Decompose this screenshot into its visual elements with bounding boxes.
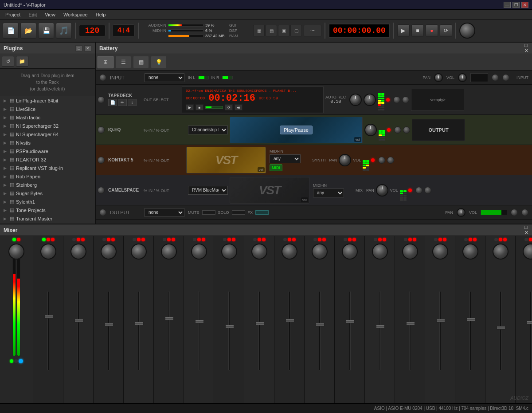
camel-vst-display[interactable]: VST vst [230, 177, 309, 204]
plugin-item-10[interactable]: ▶▤Steinberg [0, 181, 95, 189]
menu-edit[interactable]: Edit [25, 11, 40, 18]
mixer-knob-11[interactable] [312, 244, 328, 260]
restore-button[interactable]: ❐ [512, 2, 520, 8]
stop-button[interactable]: ■ [411, 24, 424, 37]
kontakt-midi-dropdown[interactable]: any [270, 154, 301, 163]
fader-handle-8[interactable] [225, 325, 234, 328]
fader-handle-15[interactable] [436, 319, 445, 323]
tape-loop-btn[interactable]: ⟳ [225, 104, 233, 110]
fader-handle-14[interactable] [406, 322, 415, 325]
fader-handle-13[interactable] [376, 325, 385, 328]
pattern-btn-1[interactable]: ▦ [253, 25, 265, 36]
fader-handle-10[interactable] [286, 319, 294, 322]
input-pan-knob[interactable] [434, 73, 443, 82]
plugin-item-5[interactable]: ▶▤NIvstis [0, 138, 95, 147]
fader-handle-6[interactable] [165, 317, 174, 320]
plugins-float-button[interactable]: □ [75, 45, 82, 51]
battery-close-button[interactable]: ✕ [524, 48, 528, 54]
fader-handle-16[interactable] [466, 318, 475, 321]
mixer-knob-13[interactable] [372, 244, 388, 260]
tapedeck-arrow-btn[interactable]: ↕ [128, 99, 137, 106]
time-sig-display[interactable]: 4|4 [113, 24, 135, 37]
plugin-item-7[interactable]: ▶▤REAKTOR 32 [0, 155, 95, 164]
plugin-item-11[interactable]: ▶▤Sugar Bytes [0, 189, 95, 197]
tape-play-btn[interactable]: ▶ [186, 104, 194, 110]
camel-right-knob2[interactable] [424, 187, 431, 194]
mixer-float-button[interactable]: □ [524, 224, 528, 230]
mixer-knob-6[interactable] [161, 244, 177, 260]
mixer-knob-4[interactable] [101, 244, 117, 260]
mixer-knob-9[interactable] [251, 244, 267, 260]
battery-info-button[interactable]: 💡 [151, 56, 167, 68]
tapedeck-right-knob[interactable] [393, 96, 400, 103]
tapedeck-right-knob2[interactable] [402, 96, 409, 103]
mixer-fader-handle-2[interactable] [44, 315, 53, 319]
output-power-knob[interactable] [99, 209, 106, 216]
mixer-knob-17[interactable] [493, 244, 509, 260]
close-button[interactable]: ✕ [521, 2, 528, 8]
mixer-knob-15[interactable] [432, 244, 448, 260]
plugin-item-3[interactable]: ▶▤NI Supercharger 32 [0, 122, 95, 130]
menu-help[interactable]: Help [92, 11, 110, 18]
save-button[interactable]: 💾 [38, 23, 54, 39]
pattern-btn-4[interactable]: ▢ [290, 25, 302, 36]
input-right-knob[interactable] [492, 74, 499, 81]
play-button[interactable]: ▶ [397, 24, 410, 37]
solo-indicator[interactable] [232, 210, 245, 215]
mixer-knob-14[interactable] [402, 244, 418, 260]
menu-workspace[interactable]: Workspace [60, 11, 91, 18]
camel-midi-dropdown[interactable]: any [313, 189, 344, 197]
output-right-knob[interactable] [511, 209, 518, 216]
camel-knob[interactable] [98, 187, 105, 194]
tapedeck-vol-knob[interactable] [364, 94, 376, 106]
fx-indicator[interactable] [255, 210, 269, 215]
waveform-icon[interactable]: 〜 [304, 25, 321, 36]
iq-eq-vst-display[interactable]: VST vst Play/Pause [230, 117, 363, 143]
tapedeck-doc-btn[interactable]: 📄 [108, 99, 117, 106]
plugin-item-12[interactable]: ▶▤Sylenth1 [0, 197, 95, 206]
plugin-item-1[interactable]: ▶▤LiveSlice [0, 105, 95, 113]
tapedeck-knob[interactable] [98, 96, 105, 103]
menu-view[interactable]: View [41, 11, 59, 18]
kontakt-pan-knob[interactable] [339, 154, 351, 166]
mute-indicator[interactable] [202, 210, 215, 215]
mixer-knob-1[interactable] [8, 244, 24, 260]
tape-stop-btn[interactable]: ■ [196, 104, 203, 110]
pattern-btn-3[interactable]: ▣ [278, 25, 289, 36]
kontakt-knob[interactable] [98, 157, 105, 164]
iq-eq-right-knob[interactable] [394, 126, 401, 134]
mixer-close-button[interactable]: ✕ [524, 230, 528, 236]
tapedeck-edit-btn[interactable]: ✏ [118, 99, 127, 106]
input-right-knob2[interactable] [502, 74, 509, 81]
mixer-knob-7[interactable] [191, 244, 207, 260]
plugin-refresh-button[interactable]: ↺ [2, 56, 14, 67]
plugin-item-0[interactable]: ▶▤LinPlug-tracer 64bit [0, 96, 95, 105]
menu-project[interactable]: Project [2, 11, 24, 18]
plugin-folder-button[interactable]: 📁 [16, 56, 28, 67]
camel-dropdown[interactable]: RVM BlueMagoo [188, 186, 228, 195]
fader-handle-17[interactable] [497, 326, 505, 330]
input-dropdown[interactable]: none [145, 73, 184, 82]
output-dropdown[interactable]: none [145, 208, 184, 217]
kontakt-right-knob[interactable] [378, 157, 385, 164]
mixer-knob-5[interactable] [131, 244, 147, 260]
kontakt-right-knob2[interactable] [387, 157, 394, 164]
minimize-button[interactable]: — [504, 2, 511, 8]
fader-handle-18[interactable] [527, 321, 532, 324]
loop-button[interactable]: ⟳ [440, 24, 452, 37]
mixer-knob-10[interactable] [282, 244, 297, 260]
plugin-item-13[interactable]: ▶▤Tone Projects [0, 206, 95, 214]
battery-grid-button[interactable]: ⊞ [98, 56, 113, 68]
pattern-btn-2[interactable]: ▤ [266, 25, 277, 36]
iq-eq-dropdown[interactable]: Channelstrip b... [188, 126, 228, 134]
fader-handle-4[interactable] [105, 323, 113, 326]
plugin-item-8[interactable]: ▶▤Replicant VST plug-in [0, 164, 95, 172]
fader-handle-5[interactable] [135, 322, 144, 325]
output-right-knob2[interactable] [521, 209, 528, 216]
battery-detail-button[interactable]: ▤ [133, 56, 149, 68]
plugin-item-9[interactable]: ▶▤Rob Papen [0, 172, 95, 181]
kontakt-midi-btn[interactable]: MIDI [270, 164, 282, 171]
fader-handle-11[interactable] [316, 323, 325, 326]
mixer-knob-8[interactable] [221, 244, 237, 260]
mixer-knob-2[interactable] [40, 244, 56, 260]
